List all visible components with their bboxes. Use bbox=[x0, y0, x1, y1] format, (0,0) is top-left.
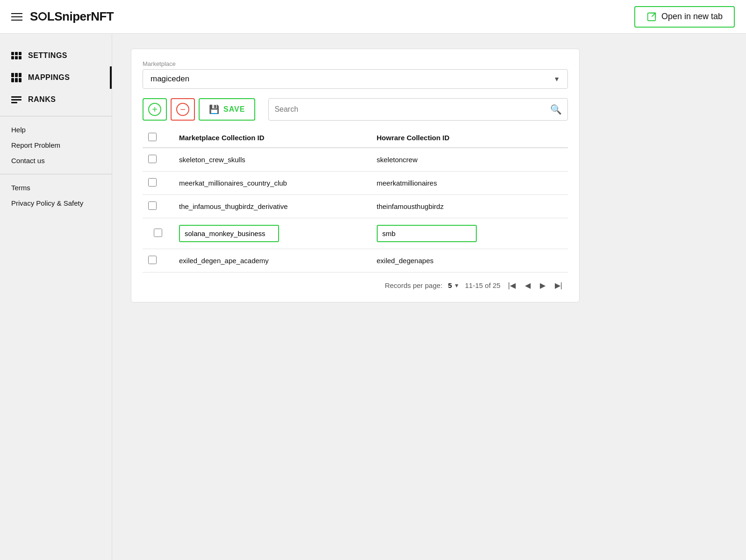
howrare-id-cell: theinfamousthugbirdz bbox=[371, 196, 568, 217]
main-card: Marketplace magiceden ▼ + − 💾 SAVE bbox=[131, 49, 580, 302]
first-page-button[interactable]: |◀ bbox=[506, 280, 517, 291]
sidebar-mappings-label: MAPPINGS bbox=[28, 73, 70, 82]
toolbar: + − 💾 SAVE 🔍 bbox=[143, 98, 568, 121]
open-new-tab-button[interactable]: Open in new tab bbox=[634, 6, 735, 28]
table-row: exiled_degen_ape_academyexiled_degenapes bbox=[143, 249, 568, 273]
sidebar-divider bbox=[0, 116, 112, 116]
header: SLSniperNFT Open in new tab bbox=[0, 0, 746, 34]
header-howrare-col: Howrare Collection ID bbox=[371, 128, 568, 148]
layout: SETTINGS MAPPINGS RANKS bbox=[0, 34, 746, 560]
howrare-id-cell: meerkatmillionaires bbox=[371, 172, 568, 194]
main-content: Marketplace magiceden ▼ + − 💾 SAVE bbox=[112, 34, 746, 560]
row-checkbox[interactable] bbox=[148, 256, 157, 264]
table-body: skeleton_crew_skullsskeletoncrewmeerkat_… bbox=[143, 148, 568, 273]
table-row bbox=[143, 218, 568, 249]
marketplace-id-cell: exiled_degen_ape_academy bbox=[173, 250, 371, 271]
marketplace-label: Marketplace bbox=[143, 60, 568, 67]
row-checkbox[interactable] bbox=[148, 178, 157, 187]
search-input[interactable] bbox=[274, 105, 550, 114]
row-checkbox[interactable] bbox=[148, 155, 157, 163]
hamburger-menu[interactable] bbox=[11, 13, 22, 21]
table-wrapper: Marketplace Collection ID Howrare Collec… bbox=[143, 128, 568, 273]
sidebar-link-contact-us[interactable]: Contact us bbox=[0, 153, 112, 168]
minus-circle-icon: − bbox=[176, 103, 189, 116]
sidebar-item-mappings[interactable]: MAPPINGS bbox=[0, 66, 112, 89]
open-new-tab-icon bbox=[646, 12, 657, 22]
row-checkbox[interactable] bbox=[154, 229, 162, 237]
row-checkbox[interactable] bbox=[148, 201, 157, 210]
search-icon: 🔍 bbox=[550, 104, 562, 115]
header-marketplace-col: Marketplace Collection ID bbox=[173, 128, 371, 148]
header-left: SLSniperNFT bbox=[11, 9, 114, 24]
sidebar-item-settings[interactable]: SETTINGS bbox=[0, 45, 112, 66]
pagination: Records per page: 5 ▼ 11-15 of 25 |◀ ◀ ▶… bbox=[143, 273, 568, 291]
open-new-tab-label: Open in new tab bbox=[661, 12, 723, 22]
page-range: 11-15 of 25 bbox=[465, 281, 501, 289]
marketplace-id-cell: meerkat_millionaires_country_club bbox=[173, 172, 371, 194]
sidebar-link-privacy-policy[interactable]: Privacy Policy & Safety bbox=[0, 195, 112, 211]
ranks-icon bbox=[11, 96, 22, 103]
sidebar-link-report-problem[interactable]: Report Problem bbox=[0, 137, 112, 153]
sidebar-ranks-label: RANKS bbox=[28, 95, 56, 104]
howrare-id-cell: skeletoncrew bbox=[371, 149, 568, 170]
sidebar-item-ranks[interactable]: RANKS bbox=[0, 89, 112, 110]
prev-page-button[interactable]: ◀ bbox=[523, 280, 532, 291]
sidebar-settings-label: SETTINGS bbox=[28, 51, 67, 60]
add-circle-icon: + bbox=[148, 103, 161, 116]
settings-icon bbox=[11, 52, 22, 59]
save-icon: 💾 bbox=[209, 104, 220, 115]
per-page-value: 5 bbox=[448, 281, 452, 289]
sidebar-link-terms[interactable]: Terms bbox=[0, 180, 112, 195]
logo: SLSniperNFT bbox=[30, 9, 114, 24]
sidebar-divider-2 bbox=[0, 174, 112, 174]
search-wrapper: 🔍 bbox=[268, 98, 568, 121]
marketplace-selector-wrapper: Marketplace magiceden ▼ bbox=[143, 60, 568, 89]
marketplace-value: magiceden bbox=[151, 74, 189, 84]
marketplace-select[interactable]: magiceden ▼ bbox=[143, 69, 568, 89]
table-row: skeleton_crew_skullsskeletoncrew bbox=[143, 148, 568, 172]
sidebar: SETTINGS MAPPINGS RANKS bbox=[0, 34, 112, 560]
per-page-chevron-icon: ▼ bbox=[454, 282, 459, 289]
header-checkbox-col bbox=[143, 128, 173, 148]
mappings-table: Marketplace Collection ID Howrare Collec… bbox=[143, 128, 568, 273]
marketplace-id-cell: the_infamous_thugbirdz_derivative bbox=[173, 196, 371, 217]
add-row-button[interactable]: + bbox=[143, 98, 167, 121]
howrare-id-input[interactable] bbox=[377, 225, 477, 242]
table-header-row: Marketplace Collection ID Howrare Collec… bbox=[143, 128, 568, 148]
marketplace-id-input[interactable] bbox=[179, 225, 279, 242]
records-per-page-label: Records per page: bbox=[385, 281, 442, 289]
per-page-selector[interactable]: 5 ▼ bbox=[448, 281, 459, 289]
sidebar-link-help[interactable]: Help bbox=[0, 122, 112, 137]
remove-row-button[interactable]: − bbox=[171, 98, 195, 121]
logo-o bbox=[38, 12, 47, 21]
save-button[interactable]: 💾 SAVE bbox=[199, 98, 255, 121]
svg-line-1 bbox=[652, 13, 655, 16]
marketplace-id-cell: skeleton_crew_skulls bbox=[173, 149, 371, 170]
mappings-icon bbox=[11, 73, 22, 82]
howrare-id-cell: exiled_degenapes bbox=[371, 250, 568, 271]
last-page-button[interactable]: ▶| bbox=[553, 280, 564, 291]
save-label: SAVE bbox=[223, 105, 245, 114]
next-page-button[interactable]: ▶ bbox=[538, 280, 547, 291]
table-row: meerkat_millionaires_country_clubmeerkat… bbox=[143, 172, 568, 195]
select-all-checkbox[interactable] bbox=[148, 133, 157, 141]
chevron-down-icon: ▼ bbox=[553, 75, 560, 83]
table-row: the_infamous_thugbirdz_derivativetheinfa… bbox=[143, 195, 568, 218]
